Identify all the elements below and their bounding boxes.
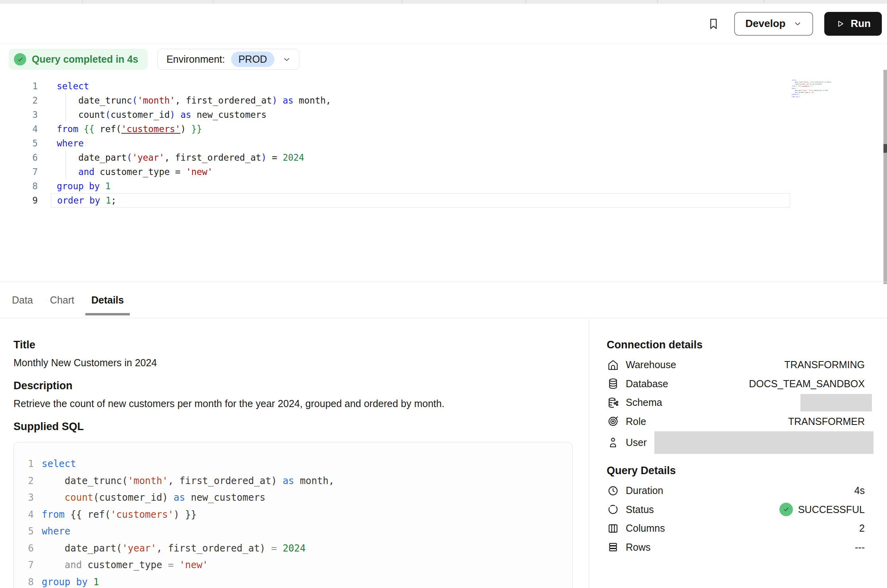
schema-row: Schema [607,393,865,412]
status-label: Status [626,504,654,515]
database-value: DOCS_TEAM_SANDBOX [749,378,865,390]
line-code: order by 1; [791,96,800,98]
editor-scrollbar[interactable] [883,70,887,284]
supplied-sql-line-3: 3 count(customer_id) as new_customers [14,489,572,506]
editor-line-5[interactable]: 5where [0,136,887,150]
line-number: 6 [0,150,38,165]
database-icon [607,378,619,390]
editor-line-9[interactable]: 9order by 1; [0,193,887,208]
tab-chart[interactable]: Chart [50,282,74,318]
supplied-sql-line-6: 6 date_part('year', first_ordered_at) = … [14,540,572,557]
run-label: Run [850,17,871,30]
tab-strip-divider [401,0,402,3]
editor-line-1[interactable]: 1select [0,79,887,93]
environment-value-badge: PROD [231,52,274,67]
user-redacted-value [654,431,874,454]
line-number: 9 [0,193,38,208]
query-status-text: Query completed in 4s [32,54,138,65]
tab-details[interactable]: Details [91,282,124,318]
editor-minimap[interactable]: select date_trunc('month', first_ordered… [791,79,839,103]
editor-line-9: order by 1; [791,96,837,98]
rows-value: --- [855,542,865,553]
status-badge: SUCCESSFUL [779,503,865,516]
line-code: group by 1 [51,179,790,193]
editor-line-3[interactable]: 3 count(customer_id) as new_customers [0,108,887,122]
details-pane: Title Monthly New Customers in 2024 Desc… [13,319,575,588]
role-value: TRANSFORMER [788,416,865,427]
indent-guide [66,93,66,108]
duration-row: Duration4s [607,481,865,500]
tab-strip-divider [657,0,658,3]
minimap-code: select date_trunc('month', first_ordered… [791,79,837,98]
status-row: StatusSUCCESSFUL [607,500,865,519]
description-value: Retrieve the count of new customers per … [13,398,575,409]
line-number: 2 [14,475,34,486]
line-number: 4 [0,122,38,136]
supplied-sql-line-5: 5where [14,523,572,540]
check-icon [14,53,26,65]
duration-icon [607,485,619,497]
editor-line-4[interactable]: 4from {{ ref('customers') }} [0,122,887,136]
results-tabbar: DataChartDetails [0,282,887,318]
line-number: 5 [14,526,34,537]
line-number: 5 [0,136,38,150]
duration-label: Duration [626,485,663,496]
line-number: 1 [0,79,38,93]
develop-label: Develop [745,17,785,30]
top-tab-strip [0,0,887,4]
bookmark-icon[interactable] [707,17,720,31]
editor-line-7[interactable]: 7 and customer_type = 'new' [0,165,887,179]
rows-icon [607,541,619,553]
connection-panel: Connection details WarehouseTRANSFORMING… [589,319,887,588]
supplied-sql-block: 1select2 date_trunc('month', first_order… [13,442,573,588]
line-number: 3 [14,492,34,503]
role-row: RoleTRANSFORMER [607,412,865,431]
warehouse-row: WarehouseTRANSFORMING [607,355,865,375]
columns-value: 2 [859,523,865,534]
rows-label: Rows [626,542,651,553]
database-label: Database [626,378,668,390]
user-icon [607,436,619,448]
editor-line-2[interactable]: 2 date_trunc('month', first_ordered_at) … [0,93,887,108]
tab-strip-divider [82,0,83,3]
editor-line-6[interactable]: 6 date_part('year', first_ordered_at) = … [0,150,887,165]
tab-strip-divider [525,0,526,3]
line-code: order by 1; [51,193,790,208]
role-icon [607,415,619,427]
editor-line-8[interactable]: 8group by 1 [0,179,887,193]
tab-data[interactable]: Data [12,282,33,318]
query-status-pill: Query completed in 4s [9,49,148,70]
supplied-sql-line-1: 1select [14,455,572,473]
line-number: 2 [0,93,38,108]
connection-details-heading: Connection details [607,338,865,351]
line-code: date_part('year', first_ordered_at) = 20… [51,150,790,165]
line-code: where [51,136,790,150]
columns-row: Columns2 [607,519,865,538]
line-code: and customer_type = 'new' [51,165,790,179]
run-button[interactable]: Run [824,12,882,36]
schema-redacted-value [800,394,872,411]
indent-guide [66,165,66,179]
status-value: SUCCESSFUL [798,504,865,515]
scrollbar-thumb[interactable] [883,144,887,153]
develop-dropdown-button[interactable]: Develop [734,12,813,36]
rows-row: Rows--- [607,538,865,557]
indent-guide [66,108,66,122]
environment-selector[interactable]: Environment: PROD [157,49,299,70]
query-status-row: Query completed in 4s Environment: PROD [9,49,299,70]
user-label: User [626,437,647,448]
line-code: date_trunc('month', first_ordered_at) as… [51,93,790,108]
connection-details-rows: WarehouseTRANSFORMINGDatabaseDOCS_TEAM_S… [607,355,865,454]
schema-icon [607,397,619,409]
title-heading: Title [13,338,575,351]
query-details-rows: Duration4sStatusSUCCESSFULColumns2Rows--… [607,481,865,557]
sql-editor[interactable]: 1select2 date_trunc('month', first_order… [0,79,887,208]
line-code: count(customer_id) as new_customers [51,108,790,122]
duration-value: 4s [854,485,865,496]
line-code: select [51,79,790,93]
warehouse-label: Warehouse [626,359,676,371]
database-row: DatabaseDOCS_TEAM_SANDBOX [607,375,865,394]
supplied-sql-line-7: 7 and customer_type = 'new' [14,557,572,574]
supplied-sql-heading: Supplied SQL [13,420,575,433]
tab-strip-divider [213,0,214,3]
